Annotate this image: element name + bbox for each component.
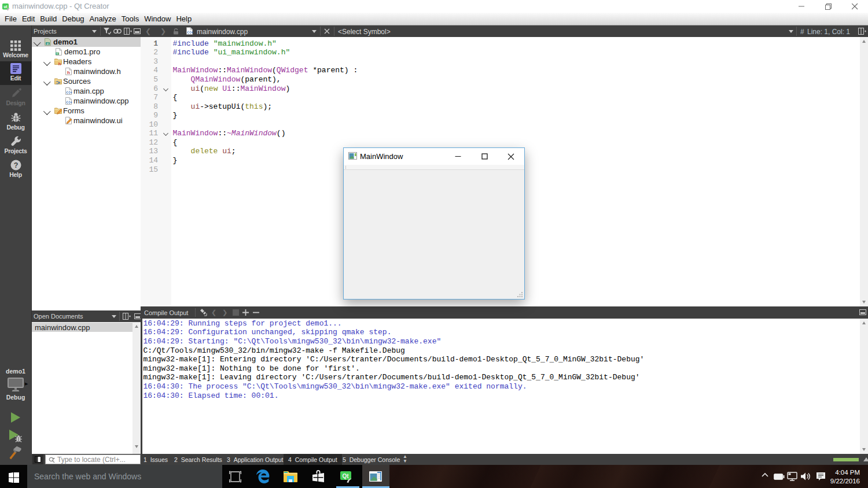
svg-text:ut: ut	[3, 5, 8, 9]
svg-text:Qt: Qt	[342, 472, 349, 479]
svg-text:?: ?	[13, 161, 18, 169]
